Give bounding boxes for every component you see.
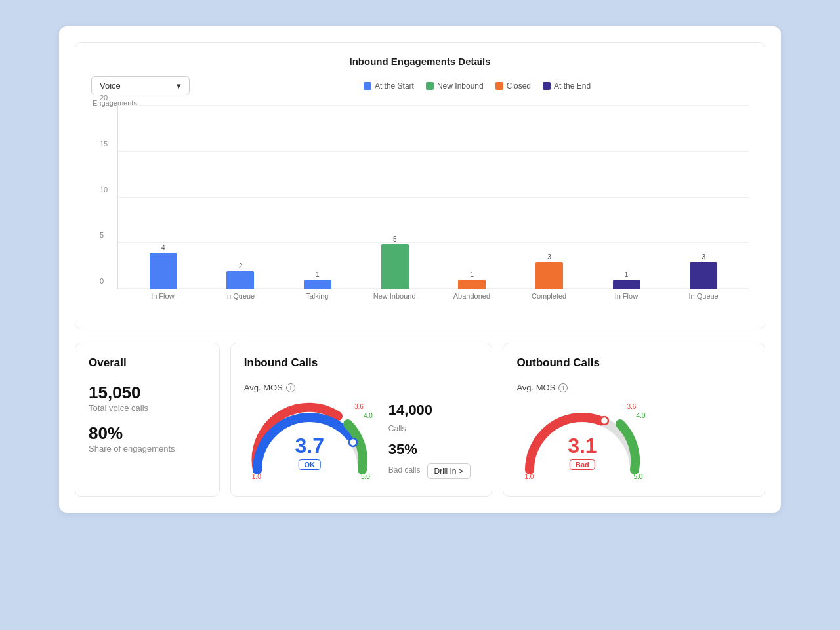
legend-item: New Inbound xyxy=(426,81,484,91)
svg-point-0 xyxy=(349,438,357,446)
inbound-stats: 14,000 Calls 35% Bad calls Drill In > xyxy=(388,402,471,479)
x-axis-labels: In FlowIn QueueTalkingNew InboundAbandon… xyxy=(117,289,749,300)
x-label: In Queue xyxy=(665,292,742,300)
legend-color xyxy=(495,82,503,90)
svg-point-1 xyxy=(600,417,608,425)
bar: 2 xyxy=(226,118,254,289)
drill-in-button[interactable]: Drill In > xyxy=(427,463,471,479)
inbound-card: Inbound Calls Avg. MOS i xyxy=(230,343,493,497)
bar-rect xyxy=(536,262,563,289)
overall-title: Overall xyxy=(89,356,206,369)
legend-item: Closed xyxy=(495,81,531,91)
chart-section: Inbound Engagements Details Voice ▾ At t… xyxy=(75,42,765,329)
x-label: Abandoned xyxy=(433,292,511,300)
inbound-tick-min: 1.0 xyxy=(252,473,261,480)
bar-value: 1 xyxy=(625,271,629,278)
info-icon-inbound[interactable]: i xyxy=(286,383,295,392)
x-label: In Flow xyxy=(124,292,201,300)
outbound-card: Outbound Calls Avg. MOS i xyxy=(503,343,765,497)
cards-row: Overall 15,050 Total voice calls 80% Sha… xyxy=(75,343,765,497)
legend-label: At the Start xyxy=(375,81,414,91)
outbound-gauge: 3.1 Bad 1.0 5.0 3.6 4.0 xyxy=(516,398,648,483)
legend-color xyxy=(364,82,371,90)
overall-card: Overall 15,050 Total voice calls 80% Sha… xyxy=(75,343,220,497)
bar-group: 3 xyxy=(511,118,588,289)
outbound-avg-mos: Avg. MOS i xyxy=(516,383,751,392)
bar-value: 4 xyxy=(161,244,165,251)
legend-label: New Inbound xyxy=(437,81,484,91)
bar-rect xyxy=(304,280,331,289)
bar-rect xyxy=(381,244,409,289)
outbound-gauge-row: 3.1 Bad 1.0 5.0 3.6 4.0 xyxy=(516,398,751,483)
inbound-gauge-status: OK xyxy=(299,459,322,470)
bar-group-bars: 4 xyxy=(150,118,177,289)
inbound-gauge-value: 3.7 xyxy=(295,434,324,458)
chart-controls: Voice ▾ At the StartNew InboundClosedAt … xyxy=(91,76,749,95)
bar-group-bars: 3 xyxy=(536,118,563,289)
bar-group: 1 xyxy=(434,118,511,289)
bar: 1 xyxy=(304,118,331,289)
bar: 1 xyxy=(458,118,486,289)
bar: 4 xyxy=(150,118,177,289)
bar-group-bars: 2 xyxy=(226,118,254,289)
x-label: Completed xyxy=(511,292,588,300)
outbound-tick-max: 5.0 xyxy=(633,473,642,480)
overall-calls-label: Total voice calls xyxy=(89,403,206,413)
y-tick: 15 xyxy=(100,140,108,148)
bad-calls-row: Bad calls Drill In > xyxy=(388,463,471,479)
bar-group: 1 xyxy=(588,118,665,289)
x-label: In Flow xyxy=(588,292,665,300)
outbound-title: Outbound Calls xyxy=(516,356,751,369)
chart-title: Inbound Engagements Details xyxy=(91,56,749,67)
inbound-calls-label: Calls xyxy=(388,424,471,433)
inbound-tick-36: 3.6 xyxy=(354,403,364,410)
overall-calls-value: 15,050 xyxy=(89,383,206,403)
main-container: Inbound Engagements Details Voice ▾ At t… xyxy=(59,26,781,513)
bar-value: 2 xyxy=(239,262,243,270)
bar-value: 1 xyxy=(316,271,320,278)
bar-rect xyxy=(458,280,486,289)
inbound-title: Inbound Calls xyxy=(244,356,479,369)
bar-group: 1 xyxy=(279,118,356,289)
chart-area: 05101520 42151313 xyxy=(117,106,749,289)
outbound-gauge-value: 3.1 xyxy=(568,434,597,458)
bar-rect xyxy=(150,253,177,289)
outbound-tick-min: 1.0 xyxy=(524,473,534,480)
outbound-tick-36: 3.6 xyxy=(627,403,636,410)
bar-group: 4 xyxy=(125,118,202,289)
bar-value: 1 xyxy=(471,271,474,278)
legend-color xyxy=(426,82,434,90)
legend-label: Closed xyxy=(507,81,531,91)
x-label: In Queue xyxy=(201,292,279,300)
bar-rect xyxy=(613,280,640,289)
bar-rect xyxy=(226,271,254,289)
x-label: New Inbound xyxy=(356,292,433,300)
bar-group-bars: 1 xyxy=(613,118,640,289)
legend-item: At the Start xyxy=(364,81,414,91)
y-tick: 20 xyxy=(100,94,108,102)
chevron-down-icon: ▾ xyxy=(177,81,181,91)
bar-group-bars: 3 xyxy=(690,118,717,289)
bar: 3 xyxy=(690,118,717,289)
bar: 5 xyxy=(381,118,409,289)
bar: 3 xyxy=(536,118,563,289)
bar-group: 3 xyxy=(665,118,742,289)
info-icon-outbound[interactable]: i xyxy=(558,383,568,392)
legend-color xyxy=(543,82,551,90)
overall-share-value: 80% xyxy=(89,423,206,444)
y-tick: 10 xyxy=(100,186,108,194)
y-tick: 0 xyxy=(100,277,104,285)
bar-rect xyxy=(690,262,717,289)
overall-share-label: Share of engagements xyxy=(89,444,206,453)
x-label: Talking xyxy=(279,292,356,300)
bar-value: 3 xyxy=(702,253,705,261)
bars-container: 42151313 xyxy=(118,106,749,289)
bar: 1 xyxy=(613,118,640,289)
chart-legend: At the StartNew InboundClosedAt the End xyxy=(205,81,749,91)
inbound-calls-value: 14,000 xyxy=(388,402,471,419)
bar-group: 5 xyxy=(356,118,434,289)
bar-group-bars: 1 xyxy=(458,118,486,289)
voice-dropdown[interactable]: Voice ▾ xyxy=(91,76,190,95)
inbound-gauge: 3.7 OK 1.0 5.0 3.6 4.0 xyxy=(244,398,375,483)
bar-group: 2 xyxy=(202,118,280,289)
